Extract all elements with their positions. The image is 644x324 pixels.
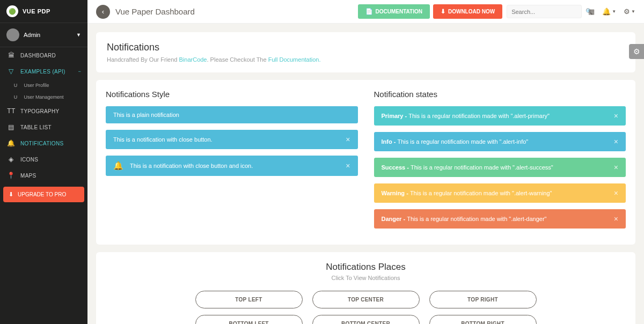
alert-text: This is a notification with close button… xyxy=(113,136,346,143)
nav-label: ICONS xyxy=(20,157,38,163)
close-icon[interactable]: × xyxy=(614,163,618,172)
place-bottom-right[interactable]: BOTTOM RIGHT xyxy=(429,315,537,324)
place-top-center[interactable]: TOP CENTER xyxy=(312,291,420,308)
alert-plain: This is a plain notification xyxy=(106,106,358,123)
nav-icons[interactable]: ◈ ICONS xyxy=(0,151,87,167)
chevron-left-icon: ‹ xyxy=(102,8,104,16)
nav-typography[interactable]: Tт TYPOGRAPHY xyxy=(0,103,87,119)
alert-with-icon: 🔔 This is a notification with close butt… xyxy=(106,156,358,176)
upgrade-label: UPGRADE TO PRO xyxy=(18,192,66,197)
download-button[interactable]: ⬇ DOWNLOAD NOW xyxy=(433,4,502,19)
btn-label: DOCUMENTATION xyxy=(376,9,422,14)
avatar xyxy=(6,28,19,41)
diamond-icon: ◈ xyxy=(6,156,16,163)
place-top-left[interactable]: TOP LEFT xyxy=(195,291,303,308)
header-title: Notifications xyxy=(107,42,625,53)
upgrade-button[interactable]: ⬇ UPGRADE TO PRO xyxy=(3,187,84,202)
alert-primary: Primary - This is a regular notification… xyxy=(374,106,626,126)
nav-user-profile[interactable]: U User Profile xyxy=(0,79,87,91)
settings-fab[interactable]: ⚙ xyxy=(629,44,644,59)
nav-label: MAPS xyxy=(20,173,36,179)
alert-danger: Danger - This is a regular notification … xyxy=(374,209,626,229)
logo-icon: 🟢 xyxy=(6,5,18,17)
place-bottom-left[interactable]: BOTTOM LEFT xyxy=(195,315,303,324)
alert-success: Success - This is a regular notification… xyxy=(374,158,626,177)
nav-label: NOTIFICATIONS xyxy=(20,141,63,146)
nav-user-management[interactable]: U User Management xyxy=(0,91,87,103)
places-title: Notifications Places xyxy=(106,262,626,273)
alert-text: This is a regular notification made with… xyxy=(408,113,550,119)
brand-text: VUE PDP xyxy=(23,8,50,14)
grid-icon[interactable]: ▦ xyxy=(588,8,595,16)
states-column: Notification states Primary - This is a … xyxy=(374,90,626,235)
nav-maps[interactable]: 📍 MAPS xyxy=(0,167,87,183)
bell-icon: 🔔 xyxy=(113,161,123,171)
download-icon: ⬇ xyxy=(441,8,445,15)
close-icon[interactable]: × xyxy=(614,137,618,146)
alert-text: This is a regular notification made with… xyxy=(410,190,552,196)
main: ‹ Vue Paper Dashboard 📄 DOCUMENTATION ⬇ … xyxy=(87,0,644,324)
alert-with-close: This is a notification with close button… xyxy=(106,130,358,149)
alert-info: Info - This is a regular notification ma… xyxy=(374,132,626,151)
header-subtitle: Handcrafted By Our Friend BinarCode. Ple… xyxy=(107,56,625,63)
top-icons: ▦ 🔔▼ ⚙▼ xyxy=(588,8,635,16)
states-title: Notification states xyxy=(374,90,626,99)
place-bottom-center[interactable]: BOTTOM CENTER xyxy=(312,315,420,324)
places-card: Notifications Places Click To View Notif… xyxy=(96,252,635,324)
nav-dashboard[interactable]: 🏛 DASHBOARD xyxy=(0,47,87,63)
nav-table-list[interactable]: ▤ TABLE LIST xyxy=(0,119,87,135)
style-title: Notifications Style xyxy=(106,90,358,99)
search-box: 🔍 xyxy=(507,5,582,18)
nav-label: TABLE LIST xyxy=(20,124,52,130)
alert-text: This is a plain notification xyxy=(113,112,350,118)
typography-icon: Tт xyxy=(6,107,16,115)
gear-dropdown[interactable]: ⚙▼ xyxy=(624,8,635,16)
place-top-right[interactable]: TOP RIGHT xyxy=(429,291,537,308)
nav-notifications[interactable]: 🔔 NOTIFICATIONS xyxy=(0,135,87,151)
content: Notifications Handcrafted By Our Friend … xyxy=(87,24,644,324)
binarcode-link[interactable]: BinarCode xyxy=(179,56,207,63)
collapse-icon: − xyxy=(78,69,81,74)
bell-dropdown[interactable]: 🔔▼ xyxy=(602,8,616,16)
sidebar: 🟢 VUE PDP Admin ▼ 🏛 DASHBOARD ▽ EXAMPLES… xyxy=(0,0,87,324)
table-icon: ▤ xyxy=(6,123,16,131)
alert-warning: Warning - This is a regular notification… xyxy=(374,183,626,203)
admin-dropdown[interactable]: Admin ▼ xyxy=(0,23,87,47)
page-header: Notifications Handcrafted By Our Friend … xyxy=(96,32,635,72)
close-icon[interactable]: × xyxy=(614,189,618,197)
close-icon[interactable]: × xyxy=(346,161,350,170)
nav-label: EXAMPLES (API) xyxy=(20,69,78,75)
back-button[interactable]: ‹ xyxy=(96,5,110,19)
places-sub: Click To View Notifications xyxy=(106,275,626,281)
sub-icon: U xyxy=(12,94,19,100)
logo[interactable]: 🟢 VUE PDP xyxy=(0,0,87,23)
btn-label: DOWNLOAD NOW xyxy=(448,9,495,14)
alert-text: This is a regular notification made with… xyxy=(407,216,546,222)
rocket-icon: ⬇ xyxy=(9,191,13,198)
nav-label: TYPOGRAPHY xyxy=(20,108,59,114)
nav-examples[interactable]: ▽ EXAMPLES (API) − xyxy=(0,63,87,79)
pin-icon: 📍 xyxy=(6,172,16,179)
close-icon[interactable]: × xyxy=(614,215,618,223)
documentation-button[interactable]: 📄 DOCUMENTATION xyxy=(358,4,430,19)
alert-text: This is a notification with close button… xyxy=(130,163,346,169)
page-title: Vue Paper Dashboard xyxy=(115,7,355,16)
notifications-card: Notifications Style This is a plain noti… xyxy=(96,80,635,245)
gear-icon: ⚙ xyxy=(633,47,640,56)
alert-text: This is a regular notification made with… xyxy=(397,138,528,145)
dashboard-icon: 🏛 xyxy=(6,51,16,59)
topbar: ‹ Vue Paper Dashboard 📄 DOCUMENTATION ⬇ … xyxy=(87,0,644,24)
admin-name: Admin xyxy=(24,32,76,38)
style-column: Notifications Style This is a plain noti… xyxy=(106,90,358,235)
bell-icon: 🔔 xyxy=(6,139,16,147)
search-input[interactable] xyxy=(511,9,586,15)
file-icon: 📄 xyxy=(365,8,373,15)
close-icon[interactable]: × xyxy=(614,112,618,120)
image-icon: ▽ xyxy=(6,68,16,75)
nav-label: User Management xyxy=(24,94,64,100)
chevron-down-icon: ▼ xyxy=(76,32,81,38)
nav-label: User Profile xyxy=(24,83,49,88)
docs-link[interactable]: Full Documentation. xyxy=(268,56,321,63)
close-icon[interactable]: × xyxy=(346,135,350,144)
sub-icon: U xyxy=(12,83,19,88)
